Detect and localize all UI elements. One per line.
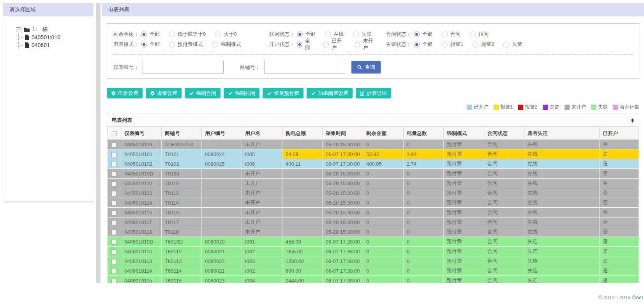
- radio-icon[interactable]: [169, 42, 175, 47]
- table-panel-title: 电表列表: [112, 114, 132, 126]
- meter-no-input[interactable]: [143, 61, 224, 74]
- radio-option[interactable]: 全部: [297, 37, 314, 51]
- radio-icon[interactable]: [473, 42, 478, 47]
- table-cell: 预付费: [444, 256, 484, 266]
- row-checkbox[interactable]: [111, 201, 116, 206]
- radio-option[interactable]: 全部: [141, 31, 160, 38]
- radio-icon[interactable]: [442, 42, 448, 47]
- row-select-cell: [108, 140, 121, 149]
- radio-option-label: 全部: [422, 31, 432, 38]
- select-all-checkbox[interactable]: [112, 131, 117, 136]
- row-checkbox[interactable]: [111, 230, 116, 235]
- row-checkbox[interactable]: [111, 142, 116, 147]
- radio-option[interactable]: 大于0: [215, 31, 236, 38]
- tree-node-root[interactable]: 1:一栋: [16, 26, 94, 33]
- shop-no-input[interactable]: [264, 61, 345, 74]
- radio-icon[interactable]: [353, 32, 359, 37]
- radio-option[interactable]: 预付费模式: [169, 41, 203, 48]
- row-checkbox[interactable]: [111, 172, 116, 177]
- radio-icon[interactable]: [355, 42, 360, 47]
- table-row[interactable]: 0405010118T0118未开户05-28 15:30:0000预付费合闸在…: [108, 227, 639, 237]
- search-button[interactable]: 查询: [351, 61, 381, 74]
- table-cell: 在线: [524, 140, 600, 149]
- tree-root-label[interactable]: 1:一栋: [32, 26, 48, 33]
- table-cell: 0080025: [202, 159, 242, 169]
- radio-option[interactable]: 强制模式: [212, 41, 241, 48]
- radio-option[interactable]: 报警2: [473, 41, 494, 48]
- radio-option[interactable]: 失联: [353, 31, 372, 38]
- tree-node[interactable]: 040601: [19, 41, 94, 49]
- table-row[interactable]: 0405010101T01010080024t00554.0906-07 17:…: [108, 149, 639, 159]
- table-row[interactable]: 0405010116ADF300-D 3未开户05-28 15:30:0000预…: [108, 140, 639, 149]
- radio-icon[interactable]: [141, 42, 147, 47]
- radio-option[interactable]: 报警1: [442, 41, 463, 48]
- table-row[interactable]: 0405010114T0114未开户05-28 15:30:0000预付费合闸在…: [108, 198, 639, 208]
- radio-option[interactable]: 拉闸: [470, 31, 489, 38]
- check-icon: [267, 91, 272, 96]
- row-checkbox[interactable]: [111, 240, 116, 245]
- table-row[interactable]: 0405010110T0110未开户05-28 15:30:0000预付费合闸在…: [108, 179, 639, 188]
- radio-option[interactable]: 欠费: [503, 41, 522, 48]
- table-row[interactable]: 0406010114T601140080021t002600.0006-07 1…: [108, 266, 639, 276]
- action-button-check[interactable]: 恢复预付费: [263, 88, 303, 98]
- action-button-check[interactable]: 强制拉闸: [224, 88, 259, 98]
- radio-icon[interactable]: [212, 42, 218, 47]
- radio-icon[interactable]: [141, 32, 147, 37]
- row-checkbox[interactable]: [111, 152, 116, 157]
- radio-icon[interactable]: [414, 42, 420, 47]
- table-cell: 0080023: [202, 276, 242, 284]
- table-row[interactable]: 040501010DT010d未开户05-28 15:30:0000预付费合闸在…: [108, 169, 639, 179]
- tree-node-label[interactable]: 040601: [32, 42, 50, 48]
- tree-collapse-toggle-icon[interactable]: [16, 27, 21, 32]
- table-row[interactable]: 0405010102T01020080025t006400.1106-07 17…: [108, 159, 639, 169]
- radio-icon[interactable]: [414, 32, 420, 37]
- legend-label: 报警2: [525, 104, 538, 110]
- action-button-doc[interactable]: 抄表导出: [356, 88, 391, 98]
- table-row[interactable]: 0406010115T601150080023t0042444.0006-07 …: [108, 276, 639, 284]
- radio-option[interactable]: 在线: [325, 31, 344, 38]
- row-checkbox[interactable]: [111, 191, 116, 196]
- action-button-gear[interactable]: 报警设置: [146, 88, 182, 98]
- radio-option[interactable]: 合闸: [442, 31, 461, 38]
- table-row[interactable]: 0405010115T0115未开户05-28 15:30:0000预付费合闸在…: [108, 208, 639, 217]
- action-button-gear[interactable]: 电价设置: [107, 88, 143, 98]
- radio-icon[interactable]: [215, 32, 221, 37]
- copyright-link[interactable]: ©Acr: [632, 294, 643, 300]
- row-checkbox[interactable]: [111, 249, 116, 254]
- row-checkbox[interactable]: [111, 269, 116, 274]
- radio-option-label: 全部: [305, 37, 314, 51]
- radio-icon[interactable]: [503, 42, 509, 47]
- row-checkbox[interactable]: [111, 162, 116, 167]
- panel-splitter[interactable]: [96, 3, 101, 283]
- radio-option[interactable]: 已开户: [323, 37, 345, 51]
- radio-icon[interactable]: [297, 32, 303, 37]
- table-cell: 在线: [524, 208, 600, 217]
- radio-option[interactable]: 全部: [414, 31, 432, 38]
- radio-icon[interactable]: [470, 32, 476, 37]
- radio-icon[interactable]: [325, 32, 331, 37]
- table-row[interactable]: 0405010117T0117未开户05-28 15:30:0000预付费合闸在…: [108, 217, 639, 227]
- action-button-check[interactable]: 功率阈值设置: [307, 88, 353, 98]
- row-checkbox[interactable]: [111, 259, 116, 264]
- radio-option[interactable]: 全部: [297, 31, 316, 38]
- radio-option[interactable]: 全部: [141, 41, 160, 48]
- table-cell: 05-28 15:30:00: [323, 140, 363, 149]
- table-row[interactable]: 040601010DT6010D0080020t001456.0006-07 1…: [108, 237, 639, 247]
- radio-option[interactable]: 全部: [414, 41, 432, 48]
- row-checkbox[interactable]: [111, 220, 116, 225]
- row-checkbox[interactable]: [111, 181, 116, 186]
- tree-node-label[interactable]: 040501:010: [32, 34, 60, 40]
- radio-icon[interactable]: [323, 42, 329, 47]
- table-row[interactable]: 0406010113T601130080022t0031200.0006-07 …: [108, 256, 639, 266]
- action-button-check[interactable]: 强制合闸: [185, 88, 221, 98]
- radio-option[interactable]: 未开户: [355, 37, 377, 51]
- tree-node[interactable]: 040501:010: [19, 33, 94, 41]
- radio-option[interactable]: 低于或等于0: [169, 31, 206, 38]
- collapse-up-icon[interactable]: [630, 118, 635, 123]
- radio-icon[interactable]: [442, 32, 448, 37]
- row-checkbox[interactable]: [111, 210, 116, 216]
- radio-icon[interactable]: [297, 42, 302, 47]
- table-row[interactable]: 0406010110T601100080021t002-956.0006-07 …: [108, 247, 639, 256]
- radio-icon[interactable]: [169, 32, 175, 37]
- table-row[interactable]: 0405010113T0113未开户05-28 15:30:0000预付费合闸在…: [108, 188, 639, 198]
